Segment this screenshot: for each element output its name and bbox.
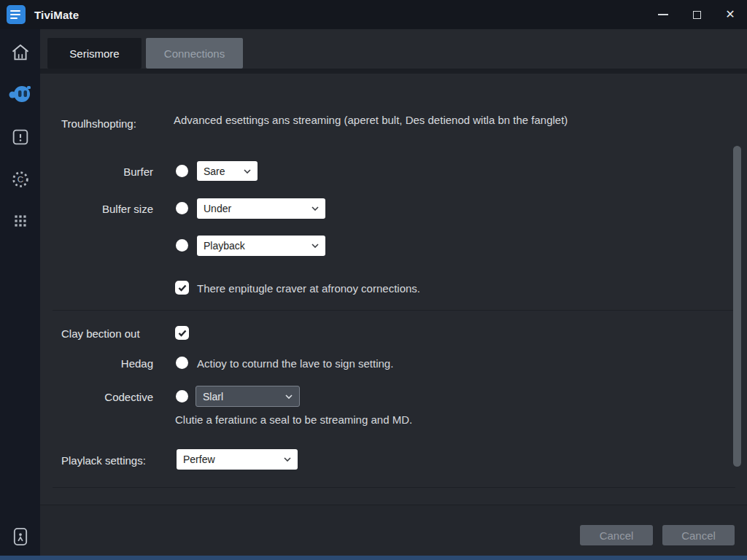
- content-panel: [40, 29, 747, 560]
- window-controls: ✕: [646, 0, 747, 29]
- codective-label: Codective: [61, 391, 153, 403]
- buffer-size-select-value: Under: [204, 203, 231, 214]
- buffer-label: Burfer: [61, 166, 153, 178]
- home-icon: [10, 42, 31, 63]
- chevron-down-icon: [244, 169, 251, 174]
- troubleshooting-label: Troulhshopting:: [61, 117, 136, 130]
- divider: [53, 487, 735, 488]
- playback-settings-select-value: Perfew: [183, 454, 215, 465]
- tab-underbar: [40, 69, 747, 74]
- claybection-label: Clay bection out: [61, 327, 140, 340]
- hedag-text: Actioy to coturnd the lave to sign setti…: [197, 357, 393, 370]
- app-title: TiviMate: [34, 9, 79, 21]
- maximize-icon: [693, 11, 701, 19]
- grid-dots-icon: [11, 211, 30, 230]
- sidebar-item-profile[interactable]: [0, 526, 40, 547]
- minimize-icon: [658, 14, 668, 15]
- maximize-button[interactable]: [680, 0, 713, 29]
- check-icon: [178, 284, 187, 292]
- troubleshooting-description: Advanced esettings ans streaming (aperet…: [174, 114, 611, 126]
- buffer-size-label: Bulfer size: [61, 203, 153, 215]
- sidebar-item-home[interactable]: [0, 42, 40, 63]
- app-logo-icon: [7, 5, 26, 24]
- sidebar-item-apps[interactable]: [0, 211, 40, 230]
- codective-note: Clutie a feratiunc a seal to be streamin…: [175, 413, 412, 426]
- titlebar: TiviMate ✕: [0, 0, 747, 29]
- cancel-button-2[interactable]: Cancel: [662, 525, 735, 545]
- chevron-down-icon: [285, 394, 293, 399]
- buffer-size-select[interactable]: Under: [197, 198, 325, 219]
- hedag-label: Hedag: [61, 357, 153, 370]
- hedag-radio[interactable]: [176, 357, 188, 369]
- codective-select-value: Slarl: [203, 391, 223, 402]
- chevron-down-icon: [311, 206, 319, 211]
- sidebar: [0, 29, 40, 560]
- tv-robot-icon: [8, 83, 33, 105]
- cancel-button-1[interactable]: Cancel: [580, 525, 653, 545]
- codective-radio[interactable]: [176, 390, 188, 402]
- close-button[interactable]: ✕: [713, 0, 747, 29]
- claybection-checkbox[interactable]: [175, 326, 189, 340]
- playback-radio[interactable]: [176, 239, 188, 252]
- buffer-select-value: Sare: [204, 166, 225, 177]
- sidebar-item-settings[interactable]: C: [0, 169, 40, 190]
- app-window: TiviMate ✕ C: [0, 0, 747, 560]
- buffer-radio[interactable]: [176, 165, 188, 177]
- gear-icon: C: [10, 169, 31, 190]
- sidebar-item-notifications[interactable]: [0, 127, 40, 147]
- alert-square-icon: [10, 127, 31, 147]
- server-note-text: There enpitugle craver at afronoy cornec…: [197, 282, 420, 295]
- minimize-button[interactable]: [646, 0, 680, 29]
- server-note-checkbox[interactable]: [175, 281, 189, 295]
- playback-settings-label: Playlack settings:: [61, 454, 146, 467]
- sidebar-item-guide[interactable]: [0, 83, 40, 105]
- divider: [53, 310, 735, 311]
- tab-connections[interactable]: Connections: [146, 38, 243, 69]
- buffer-size-radio[interactable]: [176, 202, 188, 214]
- chevron-down-icon: [311, 244, 319, 248]
- buffer-select[interactable]: Sare: [197, 161, 258, 181]
- playback-select-value: Playback: [204, 240, 245, 252]
- close-icon: ✕: [725, 9, 735, 20]
- profile-badge-icon: [11, 526, 30, 547]
- codective-select[interactable]: Slarl: [196, 386, 300, 407]
- playback-settings-select[interactable]: Perfew: [177, 449, 298, 470]
- chevron-down-icon: [284, 457, 291, 462]
- vertical-scrollbar[interactable]: [733, 146, 741, 467]
- playback-select[interactable]: Playback: [197, 236, 325, 256]
- check-icon: [178, 330, 187, 337]
- svg-text:C: C: [17, 174, 23, 184]
- bottom-accent-strip: [0, 556, 747, 560]
- tab-serismore[interactable]: Serismore: [47, 38, 142, 69]
